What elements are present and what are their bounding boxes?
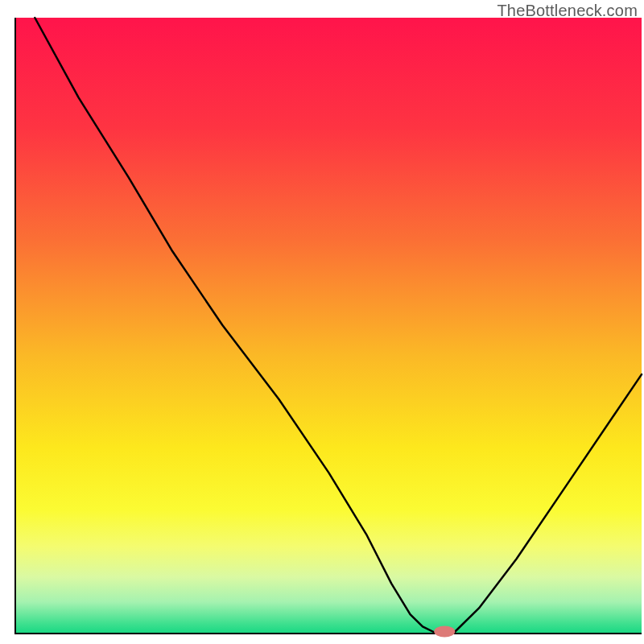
bottleneck-chart — [0, 0, 644, 644]
chart-container: TheBottleneck.com — [0, 0, 644, 644]
gradient-background — [16, 18, 642, 633]
watermark-text: TheBottleneck.com — [497, 2, 638, 20]
optimal-point-marker — [434, 625, 455, 637]
